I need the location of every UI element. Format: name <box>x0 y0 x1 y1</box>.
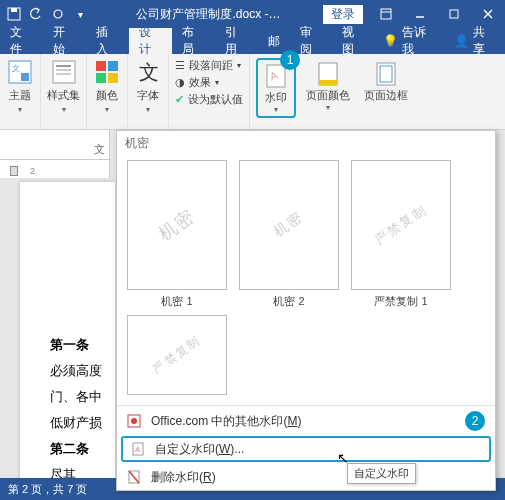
stylesets-button[interactable]: 样式集 ▾ <box>47 58 80 114</box>
group-colors: 颜色 ▾ <box>87 54 128 129</box>
ribbon: 文 主题 ▾ 样式集 ▾ 颜色 ▾ 文 字体 ▾ ☰段落间距▾ ◑效果▾ ✔设为… <box>0 54 505 130</box>
group-formatting: ☰段落间距▾ ◑效果▾ ✔设为默认值 <box>169 54 250 129</box>
svg-rect-1 <box>11 8 17 12</box>
tab-layout[interactable]: 布局 <box>172 28 215 54</box>
tell-me[interactable]: 💡 告诉我 <box>375 28 444 54</box>
tab-home[interactable]: 开始 <box>43 28 86 54</box>
maximize-icon[interactable] <box>437 0 471 28</box>
tab-insert[interactable]: 插入 <box>86 28 129 54</box>
custom-watermark[interactable]: A 自定义水印(W)... <box>121 436 491 462</box>
thumb-label: 严禁复制 1 <box>374 294 427 309</box>
login-button[interactable]: 登录 <box>323 5 363 24</box>
svg-rect-10 <box>21 73 29 81</box>
watermark-thumb-4[interactable]: 严禁复制 <box>127 315 227 395</box>
themes-button[interactable]: 文 主题 ▾ <box>6 58 34 114</box>
svg-rect-15 <box>96 61 106 71</box>
step-badge-2: 2 <box>465 411 485 431</box>
svg-rect-17 <box>96 73 106 83</box>
document-page[interactable]: 第一条 必须高度 门、各中 低财产损 第二条 尽其用"的 物相符。 第三条 定的… <box>20 182 115 500</box>
share-button[interactable]: 👤 共享 <box>444 28 505 54</box>
watermark-thumb-1[interactable]: 机密 机密 1 <box>127 160 227 309</box>
svg-text:文: 文 <box>139 61 159 83</box>
paragraph-spacing[interactable]: ☰段落间距▾ <box>175 58 243 73</box>
para-space-label: 段落间距 <box>189 58 233 73</box>
themes-label: 主题 <box>9 88 31 103</box>
tab-design[interactable]: 设计 <box>129 28 172 54</box>
thumb-wm-text: 机密 <box>271 208 308 241</box>
colors-icon <box>93 58 121 86</box>
page-borders-label: 页面边框 <box>364 88 408 103</box>
page-color-label: 页面颜色 <box>306 88 350 103</box>
group-page-background: A 水印 ▾ 1 页面颜色 ▾ 页面边框 <box>250 54 418 129</box>
svg-rect-11 <box>53 61 75 83</box>
tab-file[interactable]: 文件 <box>0 28 43 54</box>
fonts-label: 字体 <box>137 88 159 103</box>
thumb-wm-text: 严禁复制 <box>149 332 205 378</box>
set-default-label: 设为默认值 <box>188 92 243 107</box>
svg-rect-18 <box>108 73 118 83</box>
gallery-header: 机密 <box>117 131 495 156</box>
ruler-corner: 文 <box>0 130 110 160</box>
save-icon[interactable] <box>6 6 22 22</box>
office-more-watermarks[interactable]: Office.com 中的其他水印(M) 2 <box>117 408 495 434</box>
tab-references[interactable]: 引用 <box>215 28 258 54</box>
page-borders-button[interactable]: 页面边框 <box>360 58 412 105</box>
ribbon-options-icon[interactable] <box>369 0 403 28</box>
custom-watermark-label: 自定义水印 <box>155 442 215 456</box>
redo-icon[interactable] <box>50 6 66 22</box>
check-icon: ✔ <box>175 93 184 106</box>
clause1-heading: 第一条 <box>50 337 89 352</box>
watermark-thumb-3[interactable]: 严禁复制 严禁复制 1 <box>351 160 451 309</box>
page-indicator[interactable]: 第 2 页，共 7 页 <box>8 482 87 497</box>
thumb-wm-text: 严禁复制 <box>371 200 430 249</box>
lightbulb-icon: 💡 <box>383 34 398 48</box>
set-default[interactable]: ✔设为默认值 <box>175 92 243 107</box>
fonts-button[interactable]: 文 字体 ▾ <box>134 58 162 114</box>
svg-text:A: A <box>135 445 141 454</box>
page-color-button[interactable]: 页面颜色 ▾ <box>302 58 354 114</box>
svg-rect-23 <box>319 80 337 85</box>
custom-watermark-icon: A <box>129 440 147 458</box>
svg-point-27 <box>131 418 137 424</box>
office-more-label: Office.com 中的其他水印 <box>151 414 283 428</box>
body-text: 门、各中 <box>50 384 105 410</box>
horizontal-ruler[interactable]: 2 <box>0 160 110 178</box>
quick-access-toolbar: ▾ <box>0 6 94 22</box>
effects[interactable]: ◑效果▾ <box>175 75 243 90</box>
stylesets-icon <box>50 58 78 86</box>
watermark-thumb-2[interactable]: 机密 机密 2 <box>239 160 339 309</box>
effects-label: 效果 <box>189 75 211 90</box>
themes-icon: 文 <box>6 58 34 86</box>
group-themes: 文 主题 ▾ <box>0 54 41 129</box>
tab-view[interactable]: 视图 <box>332 28 375 54</box>
colors-button[interactable]: 颜色 ▾ <box>93 58 121 114</box>
clause2-heading: 第二条 <box>50 441 89 456</box>
watermark-label: 水印 <box>265 90 287 105</box>
step-badge-1: 1 <box>280 50 300 70</box>
qat-more-icon[interactable]: ▾ <box>72 6 88 22</box>
group-fonts: 文 字体 ▾ <box>128 54 169 129</box>
body-text: 低财产损 <box>50 410 105 436</box>
watermark-gallery: 机密 机密 机密 1 机密 机密 2 严禁复制 严禁复制 1 严禁复制 Offi… <box>116 130 496 491</box>
document-title: 公司财产管理制度.docx -… <box>94 6 323 23</box>
remove-watermark[interactable]: 删除水印(R) <box>117 464 495 490</box>
thumb-wm-text: 机密 <box>154 204 201 247</box>
ruler-indent-marker[interactable] <box>10 166 18 176</box>
stylesets-label: 样式集 <box>47 88 80 103</box>
remove-watermark-label: 删除水印 <box>151 470 199 484</box>
cursor-icon: ↖ <box>337 450 349 466</box>
svg-rect-5 <box>450 10 458 18</box>
svg-rect-16 <box>108 61 118 71</box>
thumb-label: 机密 1 <box>161 294 192 309</box>
effects-icon: ◑ <box>175 76 185 89</box>
fonts-icon: 文 <box>134 58 162 86</box>
body-text: 必须高度 <box>50 358 105 384</box>
tab-review[interactable]: 审阅 <box>290 28 333 54</box>
para-space-icon: ☰ <box>175 59 185 72</box>
svg-text:文: 文 <box>12 64 20 73</box>
share-icon: 👤 <box>454 34 469 48</box>
ribbon-tabs: 文件 开始 插入 设计 布局 引用 邮 审阅 视图 💡 告诉我 👤 共享 <box>0 28 505 54</box>
undo-icon[interactable] <box>28 6 44 22</box>
svg-point-2 <box>54 10 62 18</box>
watermark-button[interactable]: A 水印 ▾ 1 <box>256 58 296 118</box>
